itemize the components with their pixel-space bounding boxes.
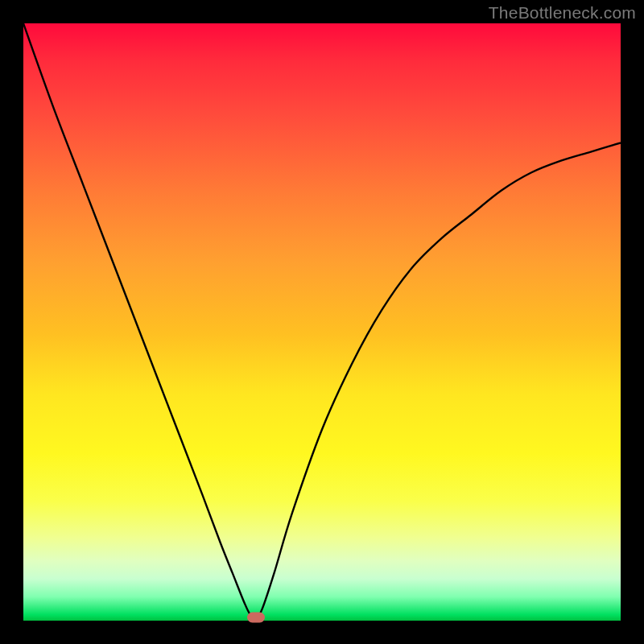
curve-svg <box>23 23 621 621</box>
watermark-text: TheBottleneck.com <box>489 3 636 23</box>
bottleneck-curve <box>23 23 621 618</box>
chart-plot-area <box>23 23 621 621</box>
optimal-point-marker <box>247 613 265 623</box>
chart-frame: TheBottleneck.com <box>0 0 644 644</box>
